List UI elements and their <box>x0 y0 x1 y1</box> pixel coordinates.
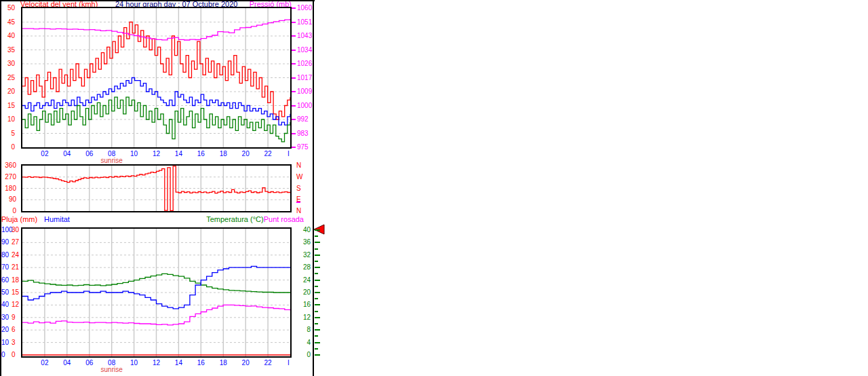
rain-tick-label: 21 <box>12 264 19 271</box>
temperature-tick-label: 36 <box>292 239 311 246</box>
window-right-border <box>313 0 314 376</box>
hour-tick-label: 12 <box>149 151 165 157</box>
wind-speed-tick-label: 15 <box>0 102 15 109</box>
rain-tick-label: 9 <box>12 314 16 321</box>
wind-direction-tick-label: 90 <box>0 196 16 203</box>
temperature-major-tick <box>315 354 320 356</box>
pressure-tick-mark <box>292 133 296 134</box>
rain-tick-label: 27 <box>12 239 19 246</box>
compass-tick-label: N <box>296 208 301 214</box>
pressure-tick-mark <box>292 119 296 120</box>
hour-tick-label: 14 <box>170 151 186 157</box>
humidity-tick-label: 30 <box>1 314 9 321</box>
pressure-tick-label: 1051 <box>297 19 312 26</box>
rain_humidity_temperature_dewpoint-plot <box>22 229 290 356</box>
weather-graph-window: Velocitat del vent (kmh) 24 hour graph d… <box>0 0 868 376</box>
temperature-major-tick <box>315 242 320 243</box>
temperature-major-tick <box>315 292 320 293</box>
wind-speed-pressure-panel <box>21 7 292 149</box>
compass-tick-label: W <box>296 174 302 181</box>
dew-point-legend-label: Punt rosada <box>264 215 304 223</box>
hour-tick-label: 02 <box>37 151 53 157</box>
rain-tick-label: 18 <box>12 277 19 284</box>
wind-speed-tick-label: 45 <box>0 19 15 26</box>
hour-tick-label: 04 <box>59 360 75 366</box>
axis-end-tick-label: I <box>288 151 290 157</box>
wind-direction-tick-label: 270 <box>0 174 16 181</box>
hour-tick-label: 22 <box>260 360 276 366</box>
wind-speed-tick-label: 5 <box>0 130 15 137</box>
temperature-minor-tick <box>315 323 318 324</box>
temperature-minor-tick <box>315 335 318 337</box>
temperature-major-tick <box>315 342 320 343</box>
rain-tick-label: 6 <box>12 326 16 333</box>
compass-tick-label: E <box>296 196 301 203</box>
pressure-tick-label: 975 <box>297 144 309 151</box>
temperature-minor-tick <box>315 261 318 262</box>
hour-tick-label: 18 <box>215 360 231 366</box>
hour-tick-label: 14 <box>170 360 186 366</box>
pressure-tick-mark <box>292 50 296 51</box>
hour-tick-label: 20 <box>237 151 254 157</box>
wind-speed-tick-label: 30 <box>0 60 15 67</box>
hour-tick-label: 06 <box>81 151 98 157</box>
temperature-tick-label: 0 <box>292 352 311 358</box>
pressure-tick-label: 1034 <box>297 47 312 54</box>
wind-speed-tick-label: 10 <box>0 116 15 123</box>
pressure-tick-label: 1060 <box>297 5 312 12</box>
humidity-tick-label: 80 <box>1 252 9 259</box>
temperature-major-tick <box>315 317 320 318</box>
temperature-major-tick <box>315 280 320 281</box>
sunrise-label: sunrise <box>95 157 129 164</box>
pressure-tick-mark <box>292 77 296 79</box>
humidity-tick-label: 90 <box>1 239 9 246</box>
axis-end-tick-label: I <box>288 360 290 366</box>
hour-tick-label: 10 <box>126 151 142 157</box>
pressure-tick-mark <box>292 147 296 148</box>
hour-tick-label: 06 <box>81 360 98 366</box>
temperature-tick-label: 16 <box>292 301 311 308</box>
wind-direction-panel <box>21 164 292 212</box>
wind-direction-tick-label: 0 <box>0 208 16 214</box>
temperature-major-tick <box>315 329 320 331</box>
humidity-tick-label: 70 <box>1 264 9 271</box>
temperature-minor-tick <box>315 248 318 250</box>
temp-dew-legend-labels: Temperatura (°C)Punt rosada <box>136 216 304 223</box>
pressure-tick-mark <box>292 35 296 37</box>
temperature-tick-label: 40 <box>292 227 311 233</box>
humidity-tick-label: 10 <box>1 339 9 346</box>
temperature-minor-tick <box>315 348 318 350</box>
humidity-legend-label: Humitat <box>44 216 70 223</box>
rain-tick-label: 3 <box>12 339 16 346</box>
rain-humidity-temperature-panel <box>21 227 292 358</box>
wind-direction-tick-label: 180 <box>0 185 16 192</box>
wind-speed-tick-label: 35 <box>0 47 15 54</box>
temperature-major-tick <box>315 267 320 268</box>
wind-speed-tick-label: 40 <box>0 33 15 39</box>
hour-tick-label: 20 <box>237 360 254 366</box>
pressure-tick-mark <box>292 91 296 92</box>
wind-speed-tick-label: 50 <box>0 5 15 12</box>
pressure-tick-mark <box>292 105 296 107</box>
temperature-major-tick <box>315 255 320 256</box>
pressure-tick-label: 983 <box>297 130 309 137</box>
wind_direction-plot <box>22 166 290 211</box>
rain-tick-label: 30 <box>12 227 19 233</box>
wind-speed-tick-label: 20 <box>0 88 15 95</box>
wind-speed-tick-label: 25 <box>0 75 15 81</box>
humidity-tick-label: 40 <box>1 301 9 308</box>
humidity-tick-label: 20 <box>1 326 9 333</box>
pressure-tick-label: 1017 <box>297 75 312 81</box>
temperature-minor-tick <box>315 311 318 312</box>
hour-tick-label: 18 <box>215 151 231 157</box>
temperature-minor-tick <box>315 236 318 237</box>
temperature-tick-label: 20 <box>292 289 311 296</box>
wind-speed-tick-label: 0 <box>0 144 15 151</box>
pressure-tick-mark <box>292 22 296 23</box>
sunrise-label: sunrise <box>95 366 129 373</box>
temperature-tick-label: 28 <box>292 264 311 271</box>
temperature-minor-tick <box>315 298 318 299</box>
hour-tick-label: 02 <box>37 360 53 366</box>
hour-tick-label: 04 <box>59 151 75 157</box>
wind-direction-tick-label: 360 <box>0 162 16 169</box>
